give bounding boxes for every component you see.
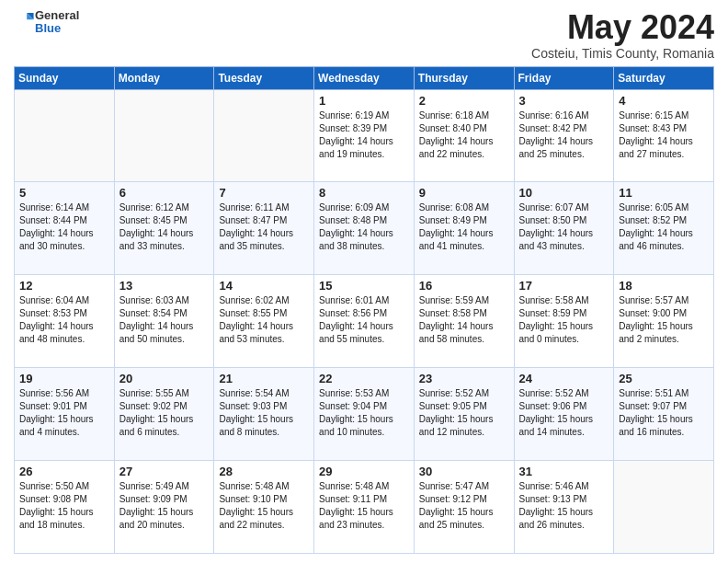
day-number: 23 xyxy=(419,372,509,385)
calendar-header-row: SundayMondayTuesdayWednesdayThursdayFrid… xyxy=(15,66,714,89)
day-number: 17 xyxy=(519,279,609,293)
calendar-cell: 4Sunrise: 6:15 AM Sunset: 8:43 PM Daylig… xyxy=(614,89,714,182)
week-row-1: 5Sunrise: 6:14 AM Sunset: 8:44 PM Daylig… xyxy=(15,182,714,275)
calendar-cell: 29Sunrise: 5:48 AM Sunset: 9:11 PM Dayli… xyxy=(314,461,415,554)
col-header-friday: Friday xyxy=(514,66,614,89)
logo-blue: Blue xyxy=(35,22,79,35)
week-row-4: 26Sunrise: 5:50 AM Sunset: 9:08 PM Dayli… xyxy=(15,461,714,554)
day-info: Sunrise: 5:51 AM Sunset: 9:07 PM Dayligh… xyxy=(619,387,709,439)
day-number: 5 xyxy=(19,186,109,200)
calendar-cell: 26Sunrise: 5:50 AM Sunset: 9:08 PM Dayli… xyxy=(15,461,115,554)
calendar-cell: 16Sunrise: 5:59 AM Sunset: 8:58 PM Dayli… xyxy=(414,275,514,368)
day-info: Sunrise: 6:09 AM Sunset: 8:48 PM Dayligh… xyxy=(319,201,409,253)
day-number: 25 xyxy=(619,372,709,385)
calendar-cell: 9Sunrise: 6:08 AM Sunset: 8:49 PM Daylig… xyxy=(414,182,514,275)
day-number: 19 xyxy=(19,372,109,385)
calendar-cell: 15Sunrise: 6:01 AM Sunset: 8:56 PM Dayli… xyxy=(314,275,415,368)
day-number: 16 xyxy=(419,279,509,293)
logo-icon xyxy=(15,10,35,30)
day-number: 22 xyxy=(319,372,409,385)
day-info: Sunrise: 5:58 AM Sunset: 8:59 PM Dayligh… xyxy=(519,294,609,346)
day-info: Sunrise: 6:19 AM Sunset: 8:39 PM Dayligh… xyxy=(319,109,409,161)
day-number: 4 xyxy=(619,94,709,108)
day-number: 11 xyxy=(619,186,709,200)
col-header-thursday: Thursday xyxy=(414,66,514,89)
day-info: Sunrise: 6:04 AM Sunset: 8:53 PM Dayligh… xyxy=(19,294,109,346)
page: General Blue May 2024 Costeiu, Timis Cou… xyxy=(0,0,728,563)
calendar-cell: 5Sunrise: 6:14 AM Sunset: 8:44 PM Daylig… xyxy=(15,182,115,275)
day-info: Sunrise: 6:03 AM Sunset: 8:54 PM Dayligh… xyxy=(119,294,210,346)
calendar-cell xyxy=(114,89,214,182)
calendar-cell xyxy=(214,89,314,182)
calendar-cell: 31Sunrise: 5:46 AM Sunset: 9:13 PM Dayli… xyxy=(514,461,614,554)
calendar-cell: 11Sunrise: 6:05 AM Sunset: 8:52 PM Dayli… xyxy=(614,182,714,275)
day-info: Sunrise: 6:14 AM Sunset: 8:44 PM Dayligh… xyxy=(19,201,109,253)
calendar-cell: 19Sunrise: 5:56 AM Sunset: 9:01 PM Dayli… xyxy=(15,368,115,461)
calendar-cell xyxy=(15,89,115,182)
day-info: Sunrise: 5:53 AM Sunset: 9:04 PM Dayligh… xyxy=(319,387,409,439)
calendar-cell: 12Sunrise: 6:04 AM Sunset: 8:53 PM Dayli… xyxy=(15,275,115,368)
calendar-cell: 17Sunrise: 5:58 AM Sunset: 8:59 PM Dayli… xyxy=(514,275,614,368)
day-number: 9 xyxy=(419,186,509,200)
day-number: 21 xyxy=(219,372,309,385)
col-header-wednesday: Wednesday xyxy=(314,66,415,89)
week-row-2: 12Sunrise: 6:04 AM Sunset: 8:53 PM Dayli… xyxy=(15,275,714,368)
header: General Blue May 2024 Costeiu, Timis Cou… xyxy=(14,9,714,61)
calendar-cell: 28Sunrise: 5:48 AM Sunset: 9:10 PM Dayli… xyxy=(214,461,314,554)
col-header-monday: Monday xyxy=(114,66,214,89)
day-info: Sunrise: 6:16 AM Sunset: 8:42 PM Dayligh… xyxy=(519,109,609,161)
week-row-0: 1Sunrise: 6:19 AM Sunset: 8:39 PM Daylig… xyxy=(15,89,714,182)
calendar-cell: 1Sunrise: 6:19 AM Sunset: 8:39 PM Daylig… xyxy=(314,89,415,182)
day-number: 20 xyxy=(119,372,210,385)
calendar-table: SundayMondayTuesdayWednesdayThursdayFrid… xyxy=(14,66,714,554)
calendar-cell: 22Sunrise: 5:53 AM Sunset: 9:04 PM Dayli… xyxy=(314,368,415,461)
day-info: Sunrise: 5:57 AM Sunset: 9:00 PM Dayligh… xyxy=(619,294,709,346)
day-info: Sunrise: 6:15 AM Sunset: 8:43 PM Dayligh… xyxy=(619,109,709,161)
col-header-sunday: Sunday xyxy=(15,66,115,89)
day-number: 18 xyxy=(619,279,709,293)
day-info: Sunrise: 5:55 AM Sunset: 9:02 PM Dayligh… xyxy=(119,387,210,439)
logo: General Blue xyxy=(14,9,79,36)
calendar-cell: 27Sunrise: 5:49 AM Sunset: 9:09 PM Dayli… xyxy=(114,461,214,554)
day-info: Sunrise: 5:48 AM Sunset: 9:11 PM Dayligh… xyxy=(319,480,409,532)
calendar-cell: 3Sunrise: 6:16 AM Sunset: 8:42 PM Daylig… xyxy=(514,89,614,182)
day-info: Sunrise: 5:49 AM Sunset: 9:09 PM Dayligh… xyxy=(119,480,210,532)
calendar-cell: 8Sunrise: 6:09 AM Sunset: 8:48 PM Daylig… xyxy=(314,182,415,275)
day-info: Sunrise: 6:05 AM Sunset: 8:52 PM Dayligh… xyxy=(619,201,709,253)
calendar-cell xyxy=(614,461,714,554)
day-info: Sunrise: 5:47 AM Sunset: 9:12 PM Dayligh… xyxy=(419,480,509,532)
day-number: 10 xyxy=(519,186,609,200)
calendar-cell: 20Sunrise: 5:55 AM Sunset: 9:02 PM Dayli… xyxy=(114,368,214,461)
day-number: 3 xyxy=(519,94,609,108)
day-info: Sunrise: 6:02 AM Sunset: 8:55 PM Dayligh… xyxy=(219,294,309,346)
day-number: 27 xyxy=(119,465,210,478)
calendar-cell: 25Sunrise: 5:51 AM Sunset: 9:07 PM Dayli… xyxy=(614,368,714,461)
day-number: 12 xyxy=(19,279,109,293)
title-block: May 2024 Costeiu, Timis County, Romania xyxy=(531,9,714,61)
day-number: 31 xyxy=(519,465,609,478)
calendar-cell: 10Sunrise: 6:07 AM Sunset: 8:50 PM Dayli… xyxy=(514,182,614,275)
day-number: 7 xyxy=(219,186,309,200)
day-info: Sunrise: 6:08 AM Sunset: 8:49 PM Dayligh… xyxy=(419,201,509,253)
calendar-cell: 21Sunrise: 5:54 AM Sunset: 9:03 PM Dayli… xyxy=(214,368,314,461)
col-header-tuesday: Tuesday xyxy=(214,66,314,89)
day-info: Sunrise: 5:50 AM Sunset: 9:08 PM Dayligh… xyxy=(19,480,109,532)
day-number: 1 xyxy=(319,94,409,108)
day-info: Sunrise: 5:56 AM Sunset: 9:01 PM Dayligh… xyxy=(19,387,109,439)
calendar-cell: 6Sunrise: 6:12 AM Sunset: 8:45 PM Daylig… xyxy=(114,182,214,275)
day-number: 14 xyxy=(219,279,309,293)
day-number: 15 xyxy=(319,279,409,293)
day-info: Sunrise: 5:52 AM Sunset: 9:06 PM Dayligh… xyxy=(519,387,609,439)
day-number: 30 xyxy=(419,465,509,478)
month-title: May 2024 xyxy=(531,9,714,46)
day-info: Sunrise: 5:54 AM Sunset: 9:03 PM Dayligh… xyxy=(219,387,309,439)
day-number: 24 xyxy=(519,372,609,385)
calendar-cell: 30Sunrise: 5:47 AM Sunset: 9:12 PM Dayli… xyxy=(414,461,514,554)
calendar-cell: 14Sunrise: 6:02 AM Sunset: 8:55 PM Dayli… xyxy=(214,275,314,368)
calendar-cell: 13Sunrise: 6:03 AM Sunset: 8:54 PM Dayli… xyxy=(114,275,214,368)
logo-general: General xyxy=(35,9,79,22)
day-number: 8 xyxy=(319,186,409,200)
col-header-saturday: Saturday xyxy=(614,66,714,89)
day-info: Sunrise: 6:12 AM Sunset: 8:45 PM Dayligh… xyxy=(119,201,210,253)
calendar-cell: 2Sunrise: 6:18 AM Sunset: 8:40 PM Daylig… xyxy=(414,89,514,182)
